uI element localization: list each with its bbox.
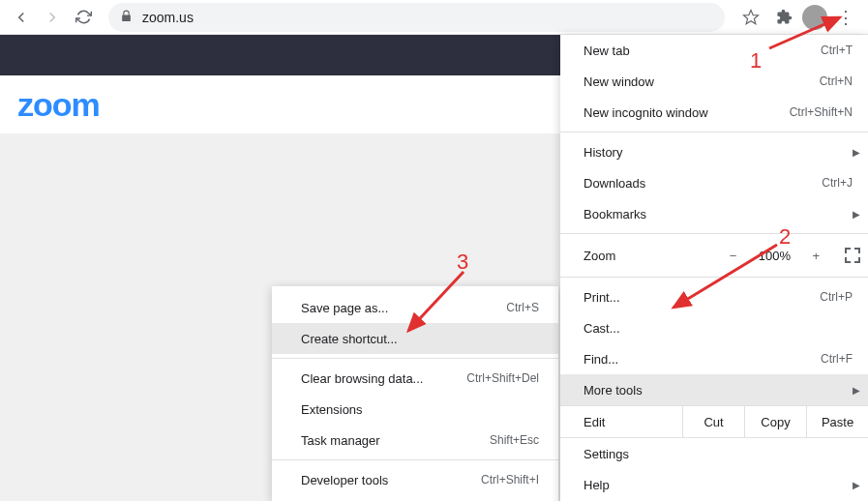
zoom-out-button[interactable]: − xyxy=(726,249,741,263)
menu-cast[interactable]: Cast... xyxy=(560,312,868,343)
chevron-right-icon: ▶ xyxy=(853,147,860,158)
menu-item-label: More tools xyxy=(584,383,860,398)
menu-more-tools[interactable]: More tools ▶ xyxy=(560,374,868,405)
edit-label: Edit xyxy=(584,415,682,429)
menu-separator xyxy=(560,132,868,133)
cut-button[interactable]: Cut xyxy=(682,406,744,437)
menu-shortcut: Ctrl+T xyxy=(821,44,860,57)
zoom-in-button[interactable]: + xyxy=(808,249,823,263)
chrome-menu-button[interactable]: ⋮ xyxy=(831,3,860,32)
back-button[interactable] xyxy=(8,4,35,31)
chrome-main-menu: New tab Ctrl+T New window Ctrl+N New inc… xyxy=(560,35,868,501)
chevron-right-icon: ▶ xyxy=(853,480,860,490)
submenu-label: Create shortcut... xyxy=(301,332,539,346)
extensions-icon[interactable] xyxy=(769,3,798,32)
menu-edit-row: Edit Cut Copy Paste xyxy=(560,405,868,438)
zoom-label: Zoom xyxy=(584,249,726,263)
submenu-label: Task manager xyxy=(301,433,490,448)
menu-item-label: Print... xyxy=(584,290,820,305)
menu-print[interactable]: Print... Ctrl+P xyxy=(560,281,868,312)
menu-separator xyxy=(560,277,868,278)
menu-item-label: Find... xyxy=(584,352,821,367)
submenu-shortcut: Ctrl+Shift+I xyxy=(481,473,539,486)
submenu-label: Developer tools xyxy=(301,473,481,487)
star-icon[interactable] xyxy=(736,3,765,32)
submenu-separator xyxy=(272,358,558,359)
menu-zoom-row: Zoom − 100% + xyxy=(560,238,868,273)
menu-incognito[interactable]: New incognito window Ctrl+Shift+N xyxy=(560,97,868,128)
zoom-controls: − 100% + xyxy=(726,248,860,263)
menu-shortcut: Ctrl+N xyxy=(820,74,860,88)
submenu-save-page[interactable]: Save page as... Ctrl+S xyxy=(272,292,558,323)
menu-new-tab[interactable]: New tab Ctrl+T xyxy=(560,35,868,66)
submenu-create-shortcut[interactable]: Create shortcut... xyxy=(272,323,558,354)
menu-new-window[interactable]: New window Ctrl+N xyxy=(560,66,868,97)
menu-settings[interactable]: Settings xyxy=(560,438,868,469)
svg-marker-0 xyxy=(744,10,759,23)
url-text: zoom.us xyxy=(142,10,194,25)
submenu-clear-data[interactable]: Clear browsing data... Ctrl+Shift+Del xyxy=(272,363,558,394)
menu-find[interactable]: Find... Ctrl+F xyxy=(560,343,868,374)
menu-shortcut: Ctrl+J xyxy=(822,176,860,190)
submenu-shortcut: Ctrl+S xyxy=(506,301,539,314)
menu-item-label: Downloads xyxy=(584,176,822,191)
paste-button[interactable]: Paste xyxy=(806,406,868,437)
menu-shortcut: Ctrl+F xyxy=(821,352,860,366)
menu-item-label: Cast... xyxy=(584,321,860,336)
fullscreen-icon[interactable] xyxy=(845,248,860,263)
zoom-value: 100% xyxy=(754,249,794,263)
submenu-label: Extensions xyxy=(301,402,539,417)
menu-item-label: New incognito window xyxy=(584,105,790,120)
zoom-logo: zoom xyxy=(17,86,100,124)
menu-item-label: History xyxy=(584,145,860,160)
copy-button[interactable]: Copy xyxy=(744,406,806,437)
submenu-task-manager[interactable]: Task manager Shift+Esc xyxy=(272,425,558,456)
submenu-label: Clear browsing data... xyxy=(301,371,466,386)
menu-downloads[interactable]: Downloads Ctrl+J xyxy=(560,167,868,198)
menu-shortcut: Ctrl+Shift+N xyxy=(790,105,860,119)
profile-avatar[interactable] xyxy=(802,5,827,30)
menu-shortcut: Ctrl+P xyxy=(820,290,860,304)
submenu-extensions[interactable]: Extensions xyxy=(272,394,558,425)
more-tools-submenu: Save page as... Ctrl+S Create shortcut..… xyxy=(272,286,558,501)
submenu-shortcut: Shift+Esc xyxy=(490,433,539,447)
reload-button[interactable] xyxy=(70,4,97,31)
chevron-right-icon: ▶ xyxy=(853,385,860,396)
submenu-separator xyxy=(272,459,558,460)
forward-button[interactable] xyxy=(39,4,66,31)
menu-bookmarks[interactable]: Bookmarks ▶ xyxy=(560,198,868,229)
address-bar[interactable]: zoom.us xyxy=(108,3,725,32)
submenu-label: Save page as... xyxy=(301,301,506,315)
lock-icon xyxy=(120,10,133,25)
menu-history[interactable]: History ▶ xyxy=(560,136,868,167)
menu-item-label: Bookmarks xyxy=(584,207,860,221)
menu-item-label: Settings xyxy=(584,447,860,461)
menu-item-label: New window xyxy=(584,74,820,89)
menu-item-label: Help xyxy=(584,478,860,492)
browser-toolbar: zoom.us ⋮ xyxy=(0,0,868,35)
submenu-shortcut: Ctrl+Shift+Del xyxy=(466,371,539,385)
chevron-right-icon: ▶ xyxy=(853,209,860,220)
menu-help[interactable]: Help ▶ xyxy=(560,469,868,500)
menu-separator xyxy=(560,233,868,234)
menu-item-label: New tab xyxy=(584,44,821,58)
submenu-dev-tools[interactable]: Developer tools Ctrl+Shift+I xyxy=(272,464,558,495)
